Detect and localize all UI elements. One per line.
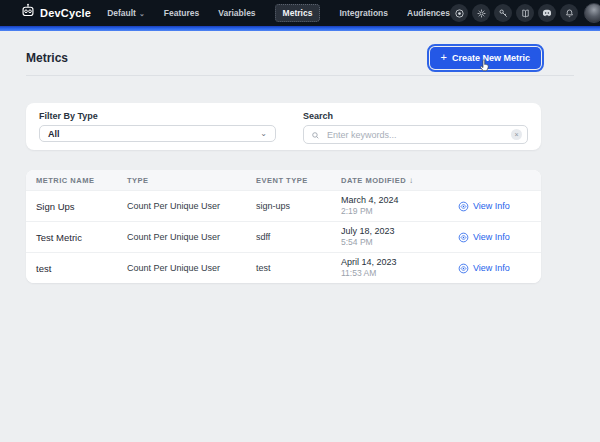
target-icon[interactable] — [450, 4, 468, 22]
metrics-page: DevCycle Default ⌄ Features Variables Me… — [0, 0, 600, 442]
metric-type-cell: Count Per Unique User — [127, 232, 256, 242]
event-type-cell: sdff — [256, 232, 341, 242]
nav-item-variables[interactable]: Variables — [218, 8, 255, 18]
devcycle-logo[interactable]: DevCycle — [20, 3, 91, 23]
create-new-metric-button[interactable]: + Create New Metric — [430, 47, 541, 69]
user-avatar[interactable] — [584, 3, 600, 23]
date-modified-cell: March 4, 2024 2:19 PM — [341, 195, 450, 217]
filter-card: Filter By Type All ⌄ Search × — [26, 103, 541, 150]
brand-name: DevCycle — [40, 7, 91, 19]
column-header-metric-name[interactable]: METRIC NAME — [36, 176, 127, 185]
search-field: Search × — [303, 111, 528, 142]
column-header-event-type[interactable]: EVENT TYPE — [256, 176, 341, 185]
top-navbar: DevCycle Default ⌄ Features Variables Me… — [0, 0, 600, 26]
header-divider — [26, 75, 574, 76]
docs-book-icon[interactable] — [516, 4, 534, 22]
date-modified-cell: April 14, 2023 11:53 AM — [341, 257, 450, 279]
metric-name-cell: Sign Ups — [36, 201, 127, 212]
search-box: × — [303, 125, 528, 144]
chevron-down-icon: ⌄ — [139, 10, 145, 17]
togglebot-robot-icon — [20, 3, 36, 23]
filter-by-type-label: Filter By Type — [39, 111, 276, 121]
type-filter-value: All — [48, 129, 260, 139]
filter-by-type-field: Filter By Type All ⌄ — [39, 111, 276, 142]
settings-gear-icon[interactable] — [472, 4, 490, 22]
nav-item-integrations[interactable]: Integrations — [339, 8, 388, 18]
metric-name-cell: Test Metric — [36, 232, 127, 243]
project-dropdown[interactable]: Default ⌄ — [107, 8, 145, 18]
nav-item-audiences[interactable]: Audiences — [407, 8, 450, 18]
metric-type-cell: Count Per Unique User — [127, 263, 256, 273]
search-label: Search — [303, 111, 528, 121]
metric-name-cell: test — [36, 263, 127, 274]
search-icon — [311, 126, 320, 144]
event-type-cell: sign-ups — [256, 201, 341, 211]
api-key-icon[interactable] — [494, 4, 512, 22]
table-row: test Count Per Unique User test April 14… — [26, 252, 541, 283]
column-header-date-modified[interactable]: DATE MODIFIED ↓ — [341, 176, 450, 185]
view-info-link[interactable]: View Info — [450, 201, 541, 212]
column-header-type[interactable]: TYPE — [127, 176, 256, 185]
view-info-link[interactable]: View Info — [450, 232, 541, 243]
chevron-down-icon: ⌄ — [260, 130, 267, 138]
view-info-link[interactable]: View Info — [450, 263, 541, 274]
table-body: Sign Ups Count Per Unique User sign-ups … — [26, 190, 541, 283]
clear-search-icon[interactable]: × — [511, 129, 522, 140]
table-header-row: METRIC NAME TYPE EVENT TYPE DATE MODIFIE… — [26, 170, 541, 190]
nav-item-features[interactable]: Features — [164, 8, 199, 18]
event-type-cell: test — [256, 263, 341, 273]
metric-type-cell: Count Per Unique User — [127, 201, 256, 211]
notifications-bell-icon[interactable] — [560, 4, 578, 22]
discord-icon[interactable] — [538, 4, 556, 22]
metrics-table: METRIC NAME TYPE EVENT TYPE DATE MODIFIE… — [26, 170, 541, 283]
date-modified-cell: July 18, 2023 5:54 PM — [341, 226, 450, 248]
page-header: Metrics + Create New Metric — [0, 31, 600, 75]
search-input[interactable] — [325, 129, 506, 141]
sort-descending-icon: ↓ — [409, 176, 414, 185]
nav-links: Default ⌄ Features Variables Metrics Int… — [107, 4, 450, 22]
navbar-actions — [450, 3, 600, 23]
table-row: Sign Ups Count Per Unique User sign-ups … — [26, 190, 541, 221]
plus-icon: + — [441, 52, 447, 63]
page-title: Metrics — [26, 51, 68, 65]
type-filter-select[interactable]: All ⌄ — [39, 125, 276, 142]
nav-item-metrics[interactable]: Metrics — [275, 4, 321, 22]
table-row: Test Metric Count Per Unique User sdff J… — [26, 221, 541, 252]
